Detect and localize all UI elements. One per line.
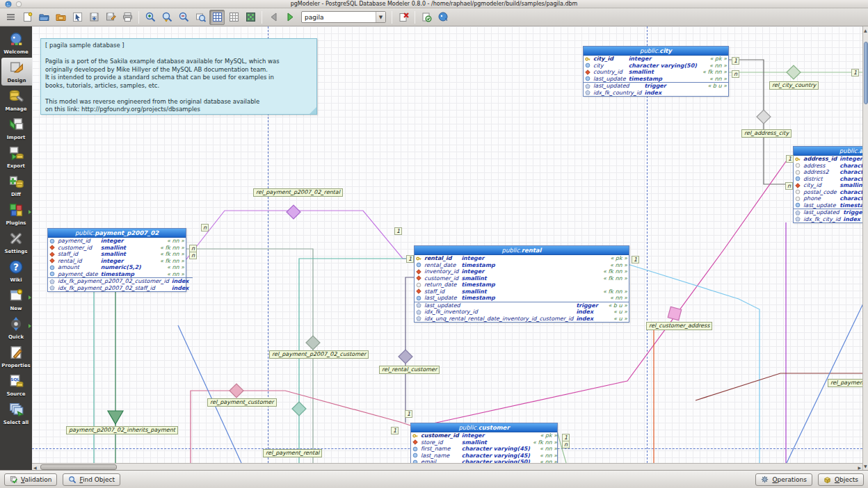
column-row[interactable]: first_namecharacter varying(45)« nn » — [411, 446, 558, 453]
column-row[interactable]: idx_fk_city_idindex — [794, 216, 862, 223]
relationship-diamond-marker[interactable] — [306, 336, 320, 350]
column-row[interactable]: idx_fk_payment_p2007_02_customer_idindex — [48, 278, 193, 285]
horizontal-scroll-thumb[interactable] — [40, 464, 117, 470]
zoom-normal-button[interactable] — [159, 10, 175, 25]
sidebar-item-settings[interactable]: Settings — [0, 229, 32, 257]
column-row[interactable]: return_datetimestamp — [415, 282, 629, 288]
sidebar-item-plugins[interactable]: Plugins — [0, 200, 32, 228]
main-menu-button[interactable] — [3, 10, 18, 25]
prev-page-button[interactable] — [266, 10, 281, 25]
horizontal-scrollbar[interactable]: ◀ ▶ — [32, 463, 862, 470]
window-shade-button[interactable] — [15, 1, 22, 8]
sidebar-item-diff[interactable]: Diff — [0, 172, 32, 200]
relationship-diamond-marker[interactable] — [787, 65, 801, 79]
column-row[interactable]: last_updatedtrigger — [794, 209, 862, 216]
relationship-label-rel_payment_rental[interactable]: rel_payment_rental — [263, 449, 322, 457]
relationship-line-rel_payment_p2007_02_rental[interactable] — [186, 211, 414, 259]
column-row[interactable]: city_idinteger« pk » — [584, 56, 728, 63]
column-row[interactable]: rental_datetimestamp« nn » — [415, 262, 629, 269]
column-row[interactable]: last_namecharacter varying(45)« nn » — [411, 453, 558, 459]
relationship-label-rel_address_city[interactable]: rel_address_city — [741, 129, 791, 138]
expand-canvas-button[interactable] — [243, 10, 258, 25]
column-row[interactable]: last_updatedtrigger« b u » — [415, 302, 629, 309]
column-row[interactable]: idx_fk_inventory_idindex« u » — [415, 309, 629, 316]
column-row[interactable]: last_updatedtrigger« b u » — [584, 83, 728, 90]
relationship-label-rel_customer_address[interactable]: rel_customer_address — [646, 322, 712, 330]
column-row[interactable]: address2character varying(50) — [794, 169, 862, 176]
sidebar-item-wiki[interactable]: ?Wiki — [0, 257, 32, 285]
column-row[interactable]: last_updatetimestamp« nn » — [584, 76, 728, 83]
vertical-scrollbar[interactable]: ▲ ▼ — [862, 26, 868, 470]
about-pgmodeler-button[interactable] — [435, 10, 451, 25]
model-canvas[interactable]: [ pagila sample database ] Pagila is a p… — [32, 26, 862, 463]
scroll-down-icon[interactable]: ▼ — [864, 463, 867, 469]
model-note[interactable]: [ pagila sample database ] Pagila is a p… — [40, 38, 317, 115]
column-row[interactable]: districtcharacter varying(20) — [794, 176, 862, 183]
column-row[interactable]: staff_idsmallint« fk nn » — [415, 288, 629, 295]
sidebar-item-source[interactable]: SQLSource — [0, 371, 32, 399]
fix-model-button[interactable] — [419, 10, 434, 25]
table-payment_p2007_02[interactable]: public.payment_p2007_02payment_idinteger… — [47, 228, 186, 292]
save-model-button[interactable] — [86, 10, 102, 25]
sidebar-item-new[interactable]: New — [0, 286, 32, 314]
column-row[interactable]: rental_idinteger« pk » — [415, 255, 629, 262]
table-header[interactable]: public.rental — [415, 246, 629, 255]
relationship-line-rel_store_address[interactable] — [623, 263, 760, 463]
objects-button[interactable]: Objects — [818, 473, 864, 486]
select-mode-button[interactable] — [70, 10, 85, 25]
relationship-square-marker[interactable] — [668, 307, 682, 320]
column-row[interactable]: idx_fk_country_idindex — [584, 90, 728, 97]
table-customer[interactable]: public.customercustomer_idinteger« pk »s… — [410, 423, 558, 463]
print-model-button[interactable] — [120, 10, 135, 25]
column-row[interactable]: store_idsmallint« fk nn » — [411, 439, 558, 446]
column-row[interactable]: citycharacter varying(50)« nn » — [584, 63, 728, 70]
show-grid-button[interactable] — [209, 10, 225, 25]
relationship-label-rel_payment_p2007_02_customer[interactable]: rel_payment_p2007_02_customer — [269, 350, 369, 359]
table-header[interactable]: public.address — [794, 147, 862, 156]
relationship-label-rel_payment[interactable]: rel_payment — [828, 379, 862, 387]
save-as-model-button[interactable] — [103, 10, 118, 25]
sidebar-item-manage[interactable]: Manage — [0, 86, 32, 114]
relationship-label-rel_city_country[interactable]: rel_city_country — [769, 81, 819, 90]
relationship-label-rel_rental_customer[interactable]: rel_rental_customer — [379, 366, 440, 374]
table-rental[interactable]: public.rentalrental_idinteger« pk »renta… — [414, 245, 629, 323]
sidebar-item-import[interactable]: Import — [0, 115, 32, 143]
validation-button[interactable]: Validation — [4, 473, 57, 486]
close-model-button[interactable] — [396, 10, 411, 25]
table-header[interactable]: public.city — [584, 47, 728, 56]
column-row[interactable]: address_idinteger« pk » — [794, 156, 862, 163]
relationship-diamond-marker[interactable] — [287, 205, 300, 219]
relationship-diamond-marker[interactable] — [757, 110, 771, 124]
sidebar-item-welcome[interactable]: Welcome — [0, 29, 32, 57]
table-header[interactable]: public.customer — [411, 423, 557, 432]
column-row[interactable]: idx_unq_rental_rental_date_inventory_id_… — [415, 316, 629, 323]
relationship-diamond-marker[interactable] — [292, 402, 306, 416]
sidebar-item-design[interactable]: Design — [1, 58, 32, 86]
relationship-label-payment_p2007_02_inherits_payment[interactable]: payment_p2007_02_inherits_payment — [66, 426, 178, 434]
vertical-scroll-thumb[interactable] — [864, 42, 868, 104]
table-address[interactable]: public.addressaddress_idinteger« pk »add… — [793, 146, 862, 223]
relationship-triangle-marker[interactable] — [108, 411, 123, 424]
magnify-area-button[interactable] — [193, 10, 208, 25]
column-row[interactable]: payment_datetimestamp« nn » — [48, 271, 186, 278]
column-row[interactable]: phonecharacter varying(20) — [794, 195, 862, 202]
column-row[interactable]: postal_codecharacter varying(10) — [794, 189, 862, 196]
column-row[interactable]: payment_idinteger« nn » — [48, 238, 186, 245]
column-row[interactable]: last_updatetimestamp« nn » — [794, 202, 862, 209]
open-model-button[interactable] — [36, 10, 51, 25]
scroll-up-icon[interactable]: ▲ — [864, 27, 867, 33]
relationship-diamond-marker[interactable] — [399, 350, 412, 364]
column-row[interactable]: customer_idinteger« pk » — [411, 432, 558, 439]
relationship-diamond-marker[interactable] — [230, 384, 243, 398]
column-row[interactable]: amountnumeric(5,2)« nn » — [48, 264, 186, 271]
column-row[interactable]: emailcharacter varying(50)« nn » — [411, 459, 558, 463]
operations-button[interactable]: Operations — [755, 473, 812, 486]
relationship-line-rel_rental_customer[interactable] — [405, 277, 414, 423]
column-row[interactable]: customer_idsmallint« fk nn » — [48, 245, 186, 252]
column-row[interactable]: rental_idinteger« fk nn » — [48, 258, 186, 265]
recent-models-button[interactable] — [53, 10, 68, 25]
column-row[interactable]: addresscharacter varying(50) — [794, 163, 862, 170]
sidebar-item-quick[interactable]: Quick — [0, 314, 32, 342]
column-row[interactable]: customer_idsmallint« fk nn » — [415, 275, 629, 282]
column-row[interactable]: idx_fk_payment_p2007_02_staff_idindex — [48, 285, 193, 292]
